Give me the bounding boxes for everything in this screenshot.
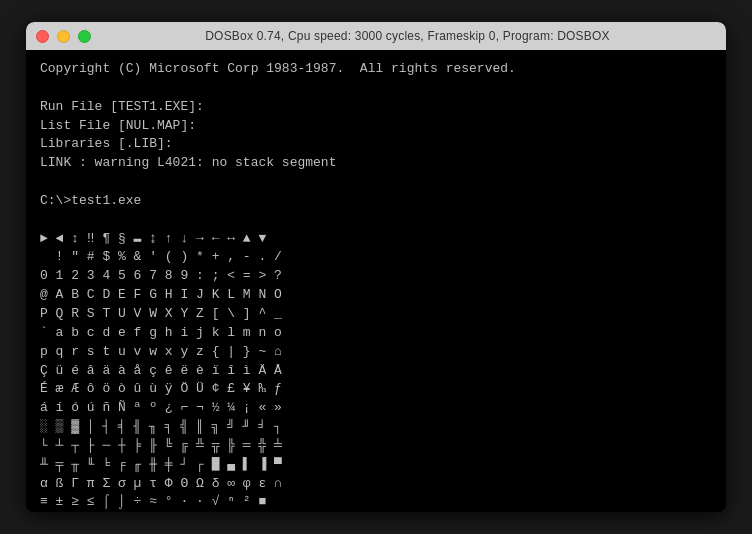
close-button[interactable] — [36, 30, 49, 43]
maximize-button[interactable] — [78, 30, 91, 43]
title-bar: DOSBox 0.74, Cpu speed: 3000 cycles, Fra… — [26, 22, 726, 50]
minimize-button[interactable] — [57, 30, 70, 43]
terminal-output[interactable]: Copyright (C) Microsoft Corp 1983-1987. … — [26, 50, 726, 512]
window-title: DOSBox 0.74, Cpu speed: 3000 cycles, Fra… — [99, 29, 716, 43]
dosbox-window: DOSBox 0.74, Cpu speed: 3000 cycles, Fra… — [26, 22, 726, 512]
